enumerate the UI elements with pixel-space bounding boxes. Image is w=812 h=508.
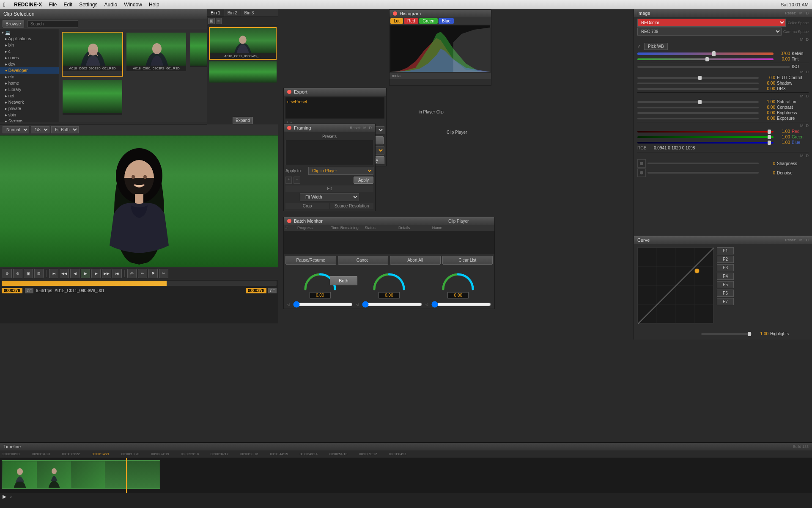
scissors-btn[interactable]: ✂ — [159, 269, 168, 278]
expand-button[interactable]: Expand — [233, 117, 253, 124]
curve-p1[interactable]: P1 — [717, 247, 734, 254]
tint-slider[interactable] — [637, 58, 774, 60]
step-frame-back-btn[interactable]: ◀ — [70, 269, 80, 278]
denoise-slider[interactable] — [647, 172, 759, 174]
menu-settings[interactable]: Settings — [79, 2, 97, 8]
menu-help[interactable]: Help — [149, 2, 159, 8]
play-btn[interactable]: ▶ — [81, 269, 90, 278]
pick-wb-btn[interactable]: Pick WB — [644, 43, 668, 50]
curve-d-btn[interactable]: D — [806, 238, 809, 242]
md2-d-btn[interactable]: D — [806, 70, 809, 74]
hist-tab-green[interactable]: Green — [419, 18, 438, 24]
speaker-btn[interactable]: ◎ — [127, 269, 137, 278]
bin-tab-3[interactable]: Bin 3 — [241, 9, 258, 17]
kelvin-slider[interactable] — [637, 52, 774, 55]
histogram-close[interactable] — [393, 11, 397, 16]
export-close[interactable] — [287, 90, 291, 94]
timeline-track[interactable] — [0, 458, 812, 493]
zoom-in-btn[interactable]: ⊕ — [3, 269, 12, 278]
curve-p6[interactable]: P6 — [717, 290, 734, 297]
md2-m-btn[interactable]: M — [800, 70, 804, 74]
tree-net[interactable]: ▸ net — [0, 93, 59, 99]
tree-cores[interactable]: ▸ cores — [0, 55, 59, 61]
menu-window[interactable]: Window — [124, 2, 142, 8]
clear-list-btn[interactable]: Clear List — [442, 256, 493, 265]
md3-m-btn[interactable]: M — [800, 94, 804, 98]
md3-d-btn[interactable]: D — [806, 94, 809, 98]
timeline-speaker-btn[interactable]: ♪ — [10, 494, 12, 499]
zoom-out-btn[interactable]: ⊖ — [13, 269, 22, 278]
bin-tab-2[interactable]: Bin 2 — [224, 9, 241, 17]
framing-apply-btn[interactable]: Apply — [354, 177, 373, 184]
pencil-btn[interactable]: ✏ — [138, 269, 147, 278]
clip-view-btn[interactable]: ▣ — [24, 269, 33, 278]
framing-remove-btn[interactable]: − — [294, 177, 300, 184]
menu-edit[interactable]: Edit — [63, 2, 72, 8]
md5-d-btn[interactable]: D — [806, 154, 809, 158]
player-fit-select[interactable]: Fit Both — [51, 126, 79, 133]
tree-dev[interactable]: ▸ dev — [0, 61, 59, 67]
tree-developer[interactable]: ▾ Developer — [0, 67, 59, 74]
timeline-play-btn[interactable]: ▶ — [3, 494, 6, 500]
saturation-slider[interactable] — [637, 101, 759, 103]
framing-d-btn[interactable]: D — [369, 126, 372, 130]
search-input[interactable] — [27, 20, 78, 28]
curve-p7[interactable]: P7 — [717, 298, 734, 305]
tree-root[interactable]: ▾ 💻 — [0, 29, 59, 36]
meter-slider-2[interactable] — [362, 301, 422, 308]
image-d-btn[interactable]: D — [806, 11, 809, 15]
kelvin-thumb[interactable] — [712, 51, 716, 56]
step-fwd-btn[interactable]: ▶▶ — [102, 269, 111, 278]
framing-close[interactable] — [287, 126, 291, 130]
hist-tab-lut[interactable]: Lut — [390, 18, 403, 24]
shadow-slider[interactable] — [637, 83, 759, 84]
clip-item-4[interactable] — [62, 79, 123, 120]
framing-add-btn[interactable]: + — [285, 177, 292, 184]
tint-thumb[interactable] — [705, 57, 709, 61]
color-space-select[interactable]: REDcolor — [637, 19, 786, 27]
contrast-slider[interactable] — [637, 107, 759, 108]
apple-menu[interactable]:  — [3, 1, 5, 8]
player-scale-select[interactable]: 1/8 — [31, 126, 49, 133]
crop-tab[interactable]: Crop — [285, 203, 329, 209]
hist-tab-red[interactable]: Red — [404, 18, 418, 24]
source-res-tab[interactable]: Source Resolution — [330, 203, 373, 209]
browse-button[interactable]: Browse — [3, 20, 24, 28]
bin-grid-btn[interactable]: ⊞ — [208, 18, 215, 24]
md-m-btn[interactable]: M — [800, 37, 804, 41]
menu-file[interactable]: File — [49, 2, 57, 8]
tree-system[interactable]: ▸ System — [0, 118, 59, 122]
md4-d-btn[interactable]: D — [806, 124, 809, 128]
progress-bar[interactable] — [2, 281, 277, 286]
drx-slider[interactable] — [637, 88, 759, 90]
timeline-clip[interactable] — [2, 460, 160, 489]
flut-thumb[interactable] — [698, 76, 702, 80]
skip-start-btn[interactable]: ⏮ — [49, 269, 58, 278]
step-frame-fwd-btn[interactable]: ▶ — [91, 269, 101, 278]
tree-etc[interactable]: ▸ etc — [0, 74, 59, 80]
blue-slider[interactable] — [637, 142, 774, 144]
meter-value-1[interactable]: 0.00 — [310, 292, 331, 298]
tree-network[interactable]: ▸ Network — [0, 99, 59, 105]
skip-end-btn[interactable]: ⏭ — [112, 269, 122, 278]
gamma-space-select[interactable]: REC 709 — [637, 28, 782, 36]
md5-m-btn[interactable]: M — [800, 154, 804, 158]
step-back-btn[interactable]: ◀◀ — [60, 269, 69, 278]
framing-apply-to-select[interactable]: Clip in Player — [308, 167, 373, 175]
player-mode-select[interactable]: Normal — [3, 126, 29, 133]
hist-tab-blue[interactable]: Blue — [439, 18, 454, 24]
bin-tab-1[interactable]: Bin 1 — [207, 9, 224, 17]
menu-audio[interactable]: Audio — [104, 2, 118, 8]
tree-bin[interactable]: ▸ bin — [0, 42, 59, 48]
curve-m-btn[interactable]: M — [799, 238, 803, 242]
highlights-slider[interactable] — [701, 333, 752, 335]
meter-value-3[interactable]: 0.00 — [447, 292, 469, 298]
overlay-btn[interactable]: ⊟ — [34, 269, 44, 278]
image-m-btn[interactable]: M — [799, 11, 803, 15]
flag-btn[interactable]: ⚑ — [148, 269, 158, 278]
clip-item-2[interactable]: A018_C001_0903FS_001.R3D — [126, 32, 187, 77]
tree-sbin[interactable]: ▸ sbin — [0, 112, 59, 118]
md-d-btn[interactable]: D — [806, 37, 809, 41]
curve-p4[interactable]: P4 — [717, 273, 734, 280]
md4-m-btn[interactable]: M — [800, 124, 804, 128]
